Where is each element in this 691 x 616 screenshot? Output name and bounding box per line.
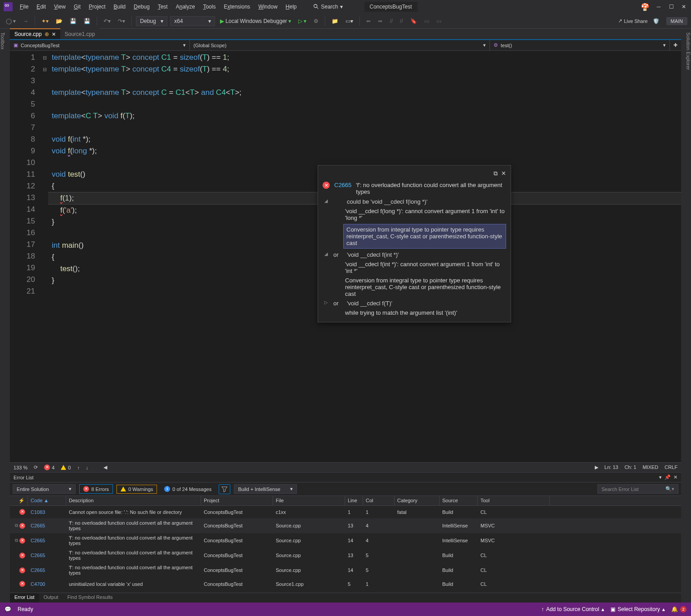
- scope-dropdown[interactable]: Entire Solution▾: [13, 484, 76, 494]
- panel-close-icon[interactable]: ✕: [673, 474, 678, 480]
- nav-fwd-button[interactable]: →: [21, 17, 31, 26]
- th-file[interactable]: File: [273, 496, 345, 505]
- tooltip-close-icon[interactable]: ✕: [501, 170, 506, 177]
- warnings-toggle[interactable]: 0 Warnings: [117, 485, 157, 494]
- menu-tools[interactable]: Tools: [199, 2, 219, 12]
- tb-indent-r[interactable]: ➡: [376, 17, 385, 26]
- maximize-button[interactable]: ☐: [668, 3, 675, 10]
- menu-help[interactable]: Help: [282, 2, 301, 12]
- file-tab[interactable]: Source.cpp ⊕ ✕: [10, 28, 60, 39]
- errors-toggle[interactable]: ✕8 Errors: [79, 484, 113, 494]
- error-row[interactable]: ✕C2665'f': no overloaded function could …: [10, 548, 681, 563]
- tb-misc-3[interactable]: ▭▾: [343, 17, 355, 26]
- tb-uncomment[interactable]: //: [398, 17, 405, 26]
- platform-dropdown[interactable]: x64▾: [170, 16, 215, 26]
- error-row[interactable]: ⧉✕C2665'f': no overloaded function could…: [10, 533, 681, 548]
- menu-file[interactable]: File: [16, 2, 32, 12]
- tb-misc-2[interactable]: 📁: [329, 17, 341, 26]
- filter-icon[interactable]: [219, 484, 230, 494]
- tooltip-popout-icon[interactable]: ⧉: [494, 170, 498, 177]
- menu-analyze[interactable]: Analyze: [172, 2, 199, 12]
- nav-back-button[interactable]: ◯ ▾: [4, 17, 18, 26]
- minimize-button[interactable]: ─: [655, 3, 662, 10]
- nav-project-dropdown[interactable]: ▣ConceptsBugTest▾: [10, 40, 190, 50]
- user-icon[interactable]: 🍄: [641, 3, 650, 11]
- tab-close-icon[interactable]: ✕: [52, 31, 56, 37]
- th-code[interactable]: Code ▲: [28, 496, 66, 505]
- menu-build[interactable]: Build: [110, 2, 130, 12]
- tb-misc-5[interactable]: ▭: [434, 17, 444, 26]
- error-row[interactable]: ⧉✕C2665'f': no overloaded function could…: [10, 518, 681, 533]
- nav-member-dropdown[interactable]: ⚙test()▾: [490, 40, 670, 50]
- start-debug-button[interactable]: ▶ Local Windows Debugger ▾: [218, 17, 293, 26]
- build-filter-dropdown[interactable]: Build + IntelliSense▾: [234, 484, 297, 494]
- tb-misc-1[interactable]: ⚙: [311, 17, 321, 26]
- error-search-input[interactable]: Search Error List🔍▾: [597, 484, 678, 494]
- menu-view[interactable]: View: [50, 2, 69, 12]
- error-count[interactable]: 4: [52, 465, 54, 470]
- panel-tab[interactable]: Find Symbol Results: [63, 593, 117, 603]
- menu-window[interactable]: Window: [255, 2, 281, 12]
- th-category[interactable]: Category: [395, 496, 440, 505]
- arrow-up-icon[interactable]: ↑: [77, 465, 80, 470]
- redo-button[interactable]: ↷▾: [116, 17, 127, 26]
- menu-test[interactable]: Test: [154, 2, 171, 12]
- panel-menu-icon[interactable]: ▾: [659, 474, 662, 480]
- error-icon: ✕: [323, 182, 330, 189]
- admin-icon[interactable]: 🛡️: [651, 17, 662, 26]
- chat-icon[interactable]: 💬: [4, 606, 11, 612]
- start-nodebug-button[interactable]: ▷ ▾: [296, 17, 309, 26]
- save-all-button[interactable]: 💾: [81, 17, 93, 26]
- refresh-icon[interactable]: ⟳: [34, 464, 38, 470]
- live-share-button[interactable]: ↗ Live Share: [618, 18, 648, 24]
- menu-project[interactable]: Project: [85, 2, 109, 12]
- th-project[interactable]: Project: [201, 496, 273, 505]
- undo-button[interactable]: ↶▾: [101, 17, 113, 26]
- open-button[interactable]: 📂: [54, 17, 65, 26]
- tb-bookmark[interactable]: 🔖: [408, 17, 419, 26]
- code-editor[interactable]: 123456789101112131415161718192021 ⊟⊟ tem…: [10, 51, 681, 462]
- th-source[interactable]: Source: [440, 496, 478, 505]
- error-row[interactable]: ✕C1083Cannot open source file: '.': No s…: [10, 506, 681, 518]
- search-box[interactable]: Search ▾: [310, 3, 346, 11]
- panel-tab[interactable]: Error List: [10, 593, 39, 603]
- panel-pin-icon[interactable]: 📌: [664, 474, 671, 480]
- error-row[interactable]: ✕C2665'f': no overloaded function could …: [10, 563, 681, 578]
- col-indicator[interactable]: Ch: 1: [624, 464, 636, 470]
- tb-indent-l[interactable]: ⬅: [364, 17, 373, 26]
- solution-explorer-tab[interactable]: Solution Explorer: [681, 29, 691, 603]
- scroll-left-icon[interactable]: ◀: [103, 464, 107, 470]
- scroll-right-icon[interactable]: ▶: [595, 464, 598, 470]
- toolbox-tab[interactable]: Toolbox: [0, 29, 10, 603]
- nav-split-button[interactable]: ✚: [670, 40, 681, 50]
- panel-tab[interactable]: Output: [39, 593, 63, 603]
- th-severity[interactable]: ⚡: [10, 496, 28, 505]
- zoom-level[interactable]: 133 %: [13, 465, 27, 470]
- arrow-down-icon[interactable]: ↓: [86, 465, 89, 470]
- line-ending-indicator[interactable]: CRLF: [664, 464, 678, 470]
- error-row[interactable]: ✕C4700uninitialized local variable 'x' u…: [10, 578, 681, 590]
- mode-indicator[interactable]: MIXED: [642, 464, 658, 470]
- tb-comment[interactable]: //: [387, 17, 395, 26]
- th-tool[interactable]: Tool: [478, 496, 550, 505]
- file-tab[interactable]: Source1.cpp: [60, 28, 99, 39]
- warning-count[interactable]: 0: [68, 465, 71, 470]
- th-line[interactable]: Line: [345, 496, 363, 505]
- tb-misc-4[interactable]: ▭: [422, 17, 431, 26]
- th-col[interactable]: Col: [363, 496, 395, 505]
- save-button[interactable]: 💾: [67, 17, 79, 26]
- menu-edit[interactable]: Edit: [33, 2, 49, 12]
- menu-debug[interactable]: Debug: [130, 2, 153, 12]
- menu-git[interactable]: Git: [70, 2, 84, 12]
- config-dropdown[interactable]: Debug▾: [136, 16, 167, 26]
- th-description[interactable]: Description: [66, 496, 201, 505]
- messages-toggle[interactable]: i0 of 24 Messages: [161, 485, 215, 493]
- menu-extensions[interactable]: Extensions: [220, 2, 254, 12]
- nav-scope-dropdown[interactable]: (Global Scope)▾: [190, 40, 490, 50]
- close-button[interactable]: ✕: [680, 3, 687, 10]
- new-item-button[interactable]: ✦▾: [39, 17, 51, 26]
- select-repo-button[interactable]: ▣ Select Repository ▴: [610, 606, 665, 612]
- notifications-button[interactable]: 🔔2: [671, 606, 687, 612]
- line-indicator[interactable]: Ln: 13: [605, 464, 619, 470]
- source-control-button[interactable]: ↑ Add to Source Control ▴: [541, 606, 604, 612]
